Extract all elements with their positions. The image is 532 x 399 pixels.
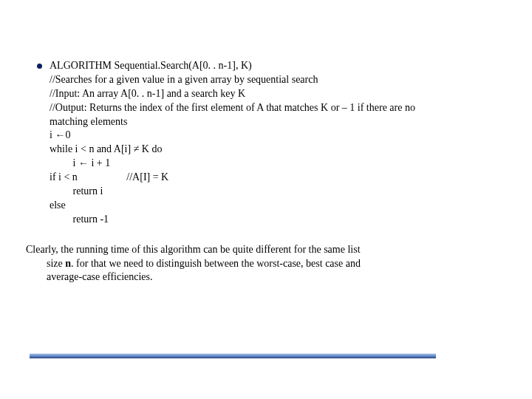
bullet-icon	[37, 64, 42, 69]
algo-line-7: return -1	[50, 213, 506, 227]
algorithm-lines-container: ALGORITHM Sequential.Search(A[0. . n-1],…	[50, 59, 506, 227]
summary-line-1: Clearly, the running time of this algori…	[26, 243, 506, 257]
algo-line-3: i ← i + 1	[50, 157, 506, 171]
algo-line-5: return i	[50, 185, 506, 199]
algo-comment-3: //Output: Returns the index of the first…	[50, 101, 506, 115]
footer-divider-bar	[30, 353, 436, 358]
summary-bold-n: n	[63, 258, 71, 269]
algo-line-2: while i < n and A[i] ≠ K do	[50, 143, 506, 157]
summary-line-3: average-case efficiencies.	[26, 270, 506, 284]
algo-comment-3b: matching elements	[50, 115, 506, 129]
summary-paragraph: Clearly, the running time of this algori…	[26, 243, 506, 285]
algo-line-1: i ←0	[50, 129, 506, 143]
algo-comment-2: //Input: An array A[0. . n-1] and a sear…	[50, 87, 506, 101]
algo-comment-1: //Searches for a given value in a given …	[50, 73, 506, 87]
algo-title: ALGORITHM Sequential.Search(A[0. . n-1],…	[50, 59, 506, 73]
algo-line-4: if i < n //A[I] = K	[50, 171, 506, 185]
summary-rest: . for that we need to distinguish betwee…	[71, 258, 361, 269]
summary-line-2: size n. for that we need to distinguish …	[26, 257, 506, 271]
algorithm-block: ALGORITHM Sequential.Search(A[0. . n-1],…	[37, 59, 506, 227]
summary-size-word: size	[47, 258, 63, 269]
algo-line-6: else	[50, 199, 506, 213]
